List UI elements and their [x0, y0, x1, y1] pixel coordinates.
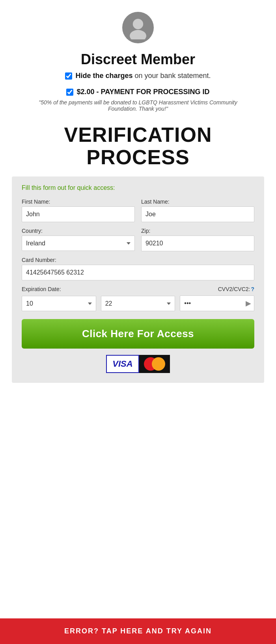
verification-title: VERIFICATIONPROCESS	[64, 124, 212, 169]
mastercard-logo	[139, 355, 170, 373]
expiration-label: Expiration Date:	[22, 286, 61, 292]
hide-charges-bold-text: Hide the charges	[75, 72, 132, 80]
visa-logo: VISA	[106, 355, 139, 373]
cvv-input-wrapper: ▶	[180, 295, 254, 311]
svg-point-0	[133, 19, 143, 29]
zip-label: Zip:	[141, 228, 254, 234]
donation-text: "50% of the payments will be donated to …	[35, 99, 241, 112]
payment-row: $2.00 - PAYMENT FOR PROCESSING ID	[66, 88, 209, 96]
expiry-cvv-inputs: 10 01 02 03 04 05 06 07 08 09 11 12	[22, 295, 254, 311]
hide-charges-row: Hide the charges on your bank statement.	[65, 72, 211, 80]
name-row: First Name: Last Name:	[22, 199, 254, 222]
zip-group: Zip:	[141, 228, 254, 251]
country-group: Country: Ireland United States United Ki…	[22, 228, 135, 251]
payment-logos: VISA	[22, 355, 254, 373]
mc-orange-circle	[152, 357, 165, 371]
card-number-row: Card Number:	[22, 257, 254, 280]
payment-text: $2.00 - PAYMENT FOR PROCESSING ID	[76, 88, 209, 96]
mastercard-circles	[144, 357, 165, 371]
exp-month-select[interactable]: 10 01 02 03 04 05 06 07 08 09 11 12	[22, 296, 96, 311]
last-name-label: Last Name:	[141, 199, 254, 205]
zip-input[interactable]	[141, 236, 254, 251]
first-name-label: First Name:	[22, 199, 135, 205]
cvv-lock-icon: ▶	[246, 299, 251, 308]
page-title: Discreet Member	[81, 51, 195, 68]
cvv-group: ▶	[180, 295, 254, 311]
cvv-label: CVV2/CVC2:	[218, 286, 250, 292]
form-label: Fill this form out for quick access:	[22, 184, 254, 191]
first-name-input[interactable]	[22, 206, 135, 222]
cvv-label-row: CVV2/CVC2: ?	[218, 286, 254, 292]
form-container: Fill this form out for quick access: Fir…	[12, 176, 264, 383]
cvv-input[interactable]	[180, 295, 254, 311]
card-number-group: Card Number:	[22, 257, 254, 280]
country-zip-row: Country: Ireland United States United Ki…	[22, 228, 254, 251]
last-name-input[interactable]	[141, 206, 254, 222]
error-bar[interactable]: ERROR? TAP HERE AND TRY AGAIN	[0, 618, 276, 644]
access-button[interactable]: Click Here For Access	[22, 319, 254, 349]
user-avatar-icon	[122, 12, 154, 43]
last-name-group: Last Name:	[141, 199, 254, 222]
svg-point-1	[130, 30, 146, 39]
expiry-section: Expiration Date: CVV2/CVC2: ? 10 01 02 0…	[22, 286, 254, 311]
country-select[interactable]: Ireland United States United Kingdom Can…	[22, 236, 135, 251]
exp-month-group: 10 01 02 03 04 05 06 07 08 09 11 12	[22, 296, 96, 311]
cvv-help-link[interactable]: ?	[251, 286, 254, 292]
exp-year-group: 22 23 24 25 26 27 28 29 30	[101, 296, 175, 311]
card-number-input[interactable]	[22, 265, 254, 280]
exp-year-select[interactable]: 22 23 24 25 26 27 28 29 30	[101, 296, 175, 311]
card-number-label: Card Number:	[22, 257, 254, 263]
first-name-group: First Name:	[22, 199, 135, 222]
hide-charges-checkbox[interactable]	[65, 72, 72, 80]
country-label: Country:	[22, 228, 135, 234]
payment-checkbox[interactable]	[66, 89, 73, 96]
hide-charges-rest-text: on your bank statement.	[132, 72, 211, 80]
